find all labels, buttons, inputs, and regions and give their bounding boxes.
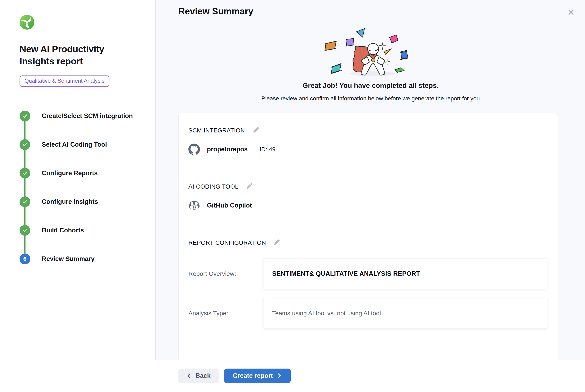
create-report-button[interactable]: Create report [224,368,291,383]
close-icon[interactable] [566,8,576,17]
edit-scm-integration-icon[interactable] [252,126,260,134]
step-check-icon [20,139,30,150]
report-overview-field-label: Report Overview: [188,270,263,277]
back-button[interactable]: Back [178,368,219,383]
wizard-footer: Back Create report [0,360,585,392]
step-label: Configure Insights [42,198,98,206]
propeller-logo-icon [20,15,34,30]
step-create-select-scm[interactable]: Create/Select SCM integration [20,111,143,121]
chevron-left-icon [186,373,192,379]
celebration-illustration [313,27,428,78]
ai-coding-tool-label: AI CODING TOOL [188,183,238,190]
step-review-summary[interactable]: 6 Review Summary [20,254,143,264]
step-label: Select AI Coding Tool [42,141,107,148]
step-check-icon [20,225,30,236]
wizard-title: New AI Productivity Insights report [20,43,126,67]
analysis-type-badge: Qualitative & Sentiment Analysis [20,76,110,87]
summary-card: SCM INTEGRATION propelorepos ID: 49 AI C… [178,113,558,360]
wizard-steps: Create/Select SCM integration Select AI … [20,111,143,264]
report-overview-row: Report Overview: SENTIMENT& QUALITATIVE … [188,258,548,289]
report-configuration-label: REPORT CONFIGURATION [188,240,266,246]
page-title: Review Summary [178,6,253,16]
step-configure-reports[interactable]: Configure Reports [20,168,143,178]
step-check-icon [20,111,30,121]
report-overview-value-card: SENTIMENT& QUALITATIVE ANALYSIS REPORT [263,258,548,289]
scm-integration-value-row: propelorepos ID: 49 [188,144,548,155]
review-summary-panel: Review Summary [156,0,585,360]
step-select-ai-tool[interactable]: Select AI Coding Tool [20,139,143,150]
step-check-icon [20,168,30,178]
completion-subheading: Please review and confirm all informatio… [156,95,585,102]
ai-coding-tool-section-header: AI CODING TOOL [188,165,548,191]
back-button-label: Back [196,372,211,380]
scm-integration-name: propelorepos [207,146,248,153]
step-number-badge: 6 [20,254,30,264]
ai-coding-tool-value-row: GitHub Copilot [188,200,548,211]
edit-ai-coding-tool-icon[interactable] [245,182,253,191]
footer-divider [156,360,585,360]
ai-coding-tool-name: GitHub Copilot [207,202,252,209]
chevron-right-icon [277,373,282,379]
wizard-sidebar: New AI Productivity Insights report Qual… [0,0,156,360]
scm-integration-label: SCM INTEGRATION [188,127,245,134]
analysis-type-field-label: Analysis Type: [188,310,263,317]
scm-integration-section-header: SCM INTEGRATION [188,113,548,134]
step-build-cohorts[interactable]: Build Cohorts [20,225,143,236]
step-label: Configure Reports [42,170,98,177]
analysis-type-value-card: Teams using AI tool vs. not using AI too… [263,298,548,329]
edit-report-configuration-icon[interactable] [272,238,281,247]
step-label: Build Cohorts [42,227,84,234]
analysis-type-row: Analysis Type: Teams using AI tool vs. n… [188,298,548,329]
create-report-button-label: Create report [233,372,273,380]
github-copilot-icon [188,200,200,211]
step-label: Review Summary [42,255,94,263]
step-configure-insights[interactable]: Configure Insights [20,196,143,207]
github-icon [188,144,200,155]
scm-integration-id: ID: 49 [260,146,276,153]
step-label: Create/Select SCM integration [42,112,133,120]
completion-heading: Great Job! You have completed all steps. [156,82,585,90]
report-configuration-section-header: REPORT CONFIGURATION [188,221,548,247]
steps-connector-line [24,116,26,259]
analysis-type-value: Teams using AI tool vs. not using AI too… [272,310,381,317]
report-overview-value: SENTIMENT& QUALITATIVE ANALYSIS REPORT [272,270,420,278]
step-check-icon [20,196,30,207]
